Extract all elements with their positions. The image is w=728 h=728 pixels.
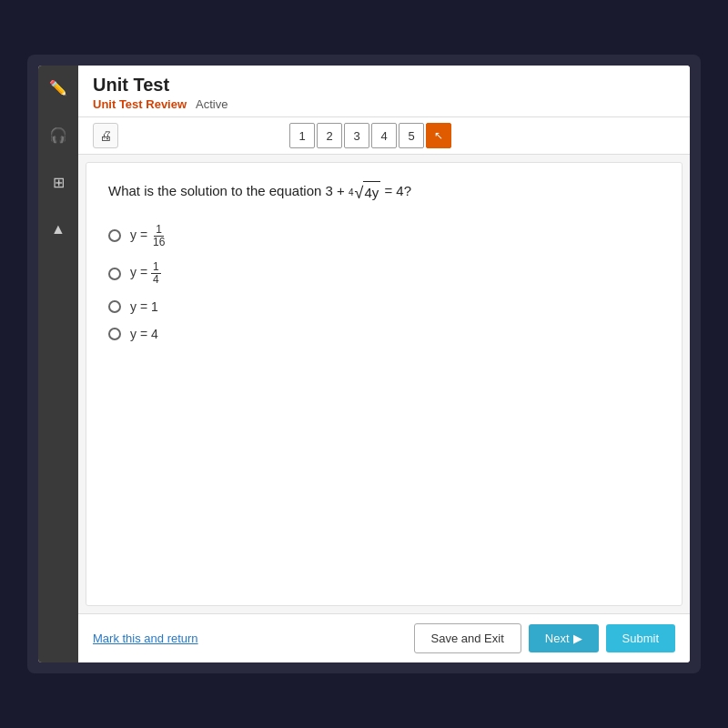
breadcrumb: Unit Test Review Active [93, 97, 675, 111]
radical-symbol: √ [354, 185, 363, 201]
nav-btn-4[interactable]: 4 [371, 123, 397, 148]
choice-a[interactable]: y = 1 16 [108, 224, 660, 248]
footer-right-buttons: Save and Exit Next ▶ Submit [414, 623, 675, 653]
nav-btn-1[interactable]: 1 [289, 123, 315, 148]
next-button[interactable]: Next ▶ [529, 624, 599, 652]
nav-btn-2[interactable]: 2 [317, 123, 342, 148]
footer: Mark this and return Save and Exit Next … [78, 613, 690, 662]
question-nav: 1 2 3 4 5 ↖ [289, 123, 451, 148]
fraction-1-4: 1 4 [151, 261, 161, 286]
mark-return-link[interactable]: Mark this and return [93, 632, 198, 645]
toolbar: 🖨 1 2 3 4 5 ↖ [78, 117, 690, 155]
breadcrumb-link[interactable]: Unit Test Review [93, 97, 187, 111]
radio-a[interactable] [108, 229, 121, 242]
choice-d[interactable]: y = 4 [108, 327, 660, 341]
choice-d-label: y = 4 [130, 327, 158, 341]
sidebar-pencil-icon[interactable]: ✏️ [44, 73, 73, 102]
sidebar-grid-icon[interactable]: ⊞ [44, 167, 73, 197]
radio-d[interactable] [108, 328, 121, 340]
radio-b[interactable] [108, 268, 121, 280]
app-container: ✏️ 🎧 ⊞ ▲ Unit Test Unit Test Review Acti… [38, 66, 690, 662]
sidebar-headphone-icon[interactable]: 🎧 [44, 120, 73, 149]
choice-a-label: y = 1 16 [130, 224, 167, 248]
nav-btn-5[interactable]: 5 [399, 123, 424, 148]
submit-button[interactable]: Submit [606, 624, 675, 652]
save-exit-button[interactable]: Save and Exit [414, 623, 521, 653]
screen-wrapper: ✏️ 🎧 ⊞ ▲ Unit Test Unit Test Review Acti… [27, 55, 701, 673]
nav-btn-active[interactable]: ↖ [426, 123, 451, 148]
question-area: What is the solution to the equation 3 +… [86, 162, 682, 606]
main-content: Unit Test Unit Test Review Active 🖨 1 2 … [78, 66, 690, 662]
radical-expression: 4 √ 4y [349, 181, 380, 204]
choice-c[interactable]: y = 1 [108, 299, 660, 314]
radical-content: 4y [363, 181, 380, 204]
save-icon[interactable]: 🖨 [93, 123, 118, 148]
next-arrow-icon: ▶ [573, 632, 582, 645]
answer-choices: y = 1 16 y = 1 [108, 224, 660, 341]
status-badge: Active [196, 97, 228, 111]
radical-index: 4 [349, 186, 354, 199]
page-title: Unit Test [93, 75, 675, 96]
cursor-icon: ↖ [434, 129, 443, 142]
radio-c[interactable] [108, 300, 121, 313]
question-text: What is the solution to the equation 3 +… [108, 181, 660, 204]
fraction-1-16: 1 16 [151, 224, 167, 248]
choice-c-label: y = 1 [130, 299, 158, 314]
choice-b-label: y = 1 4 [130, 261, 161, 286]
choice-b[interactable]: y = 1 4 [108, 261, 660, 286]
printer-icon: 🖨 [99, 128, 112, 143]
sidebar: ✏️ 🎧 ⊞ ▲ [38, 66, 78, 662]
sidebar-arrow-icon[interactable]: ▲ [44, 215, 73, 244]
header: Unit Test Unit Test Review Active [78, 66, 690, 117]
nav-btn-3[interactable]: 3 [344, 123, 369, 148]
